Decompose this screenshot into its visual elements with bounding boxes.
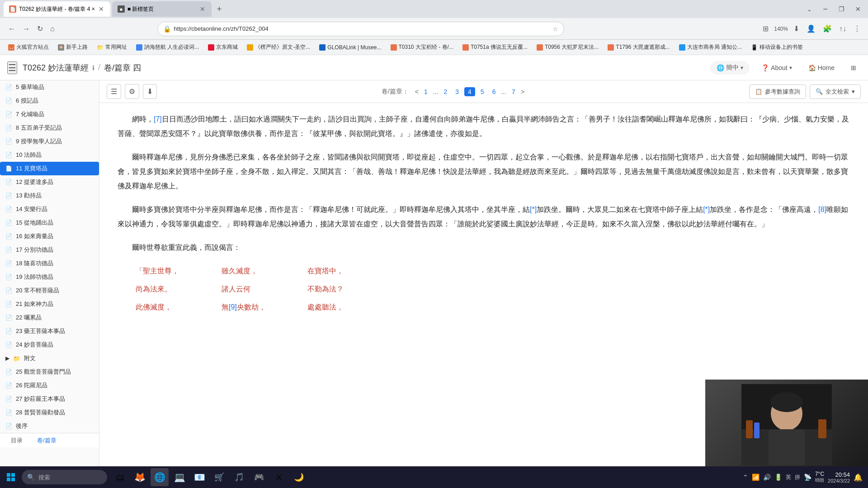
sidebar-item-6[interactable]: 📄 6 授記品 xyxy=(0,94,99,108)
extensions-icon[interactable]: 🧩 xyxy=(821,23,834,35)
chapter-nav-button[interactable]: 卷/篇章 xyxy=(33,435,60,446)
tray-input-mode[interactable]: 拼 xyxy=(795,474,800,481)
ref-star-1[interactable]: [*] xyxy=(530,206,537,213)
sidebar-item-10[interactable]: 📄 10 法師品 xyxy=(0,148,99,162)
tray-lang-en[interactable]: 英 xyxy=(786,474,791,481)
restore-button[interactable]: ❐ xyxy=(835,5,848,13)
page-link-1[interactable]: 1 xyxy=(421,87,430,96)
taskbar-store-icon[interactable]: 🛒 xyxy=(210,468,228,486)
tray-battery-icon[interactable]: 🔋 xyxy=(774,474,782,481)
download-content-button[interactable]: ⬇ xyxy=(143,84,157,99)
sidebar-item-20[interactable]: 📄 20 常不輕菩薩品 xyxy=(0,284,99,297)
sidebar-item-postscript[interactable]: 📄 後序 xyxy=(0,419,99,433)
bookmark-t0751[interactable]: T0751a 佛说五无反覆... xyxy=(460,42,530,52)
new-tab-button[interactable]: + xyxy=(213,1,226,17)
tray-wifi-icon[interactable]: 📡 xyxy=(804,474,811,481)
taskbar-search-input[interactable] xyxy=(38,474,102,481)
taskbar-search[interactable]: 🔍 xyxy=(22,470,107,484)
about-button[interactable]: ❓ About ▾ xyxy=(757,61,797,74)
taskbar-explorer-icon[interactable]: 🗂 xyxy=(111,468,129,486)
sidebar-item-14[interactable]: 📄 14 安樂行品 xyxy=(0,202,99,216)
taskbar-chrome-icon[interactable]: 🌐 xyxy=(151,468,169,486)
bookmark-guide[interactable]: 🏠 新手上路 xyxy=(55,42,90,52)
download-icon[interactable]: ⬇ xyxy=(792,23,801,35)
page-link-5[interactable]: 5 xyxy=(478,87,487,96)
inactive-tab[interactable]: ■ ■ 新標签页 ✕ xyxy=(112,1,212,17)
app-info-icon[interactable]: ℹ xyxy=(92,64,94,71)
page-link-2[interactable]: 2 xyxy=(441,87,450,96)
taskbar-mail-icon[interactable]: 📧 xyxy=(190,468,208,486)
close-browser-button[interactable]: ✕ xyxy=(852,5,864,13)
tray-expand-icon[interactable]: ⌃ xyxy=(743,474,748,481)
bookmark-star-icon[interactable]: ☆ xyxy=(552,25,558,33)
sidebar-item-18[interactable]: 📄 18 隨喜功德品 xyxy=(0,257,99,270)
bookmark-globalink[interactable]: GLOBALink | Musee... xyxy=(316,43,384,52)
menu-icon[interactable]: ⋮ xyxy=(852,23,863,35)
toc-button[interactable]: 目录 xyxy=(7,435,26,446)
bookmark-t0956[interactable]: T0956 大犯罗尼末法... xyxy=(534,42,601,52)
tab-close-button[interactable]: ✕ xyxy=(98,5,105,13)
screenshot-icon[interactable]: ⊞ xyxy=(761,23,770,35)
sidebar-item-11[interactable]: 📄 11 見寶塔品 xyxy=(0,162,99,175)
bookmark-t0310[interactable]: T0310 大宝积经 - 卷/... xyxy=(388,42,456,52)
sidebar-item-5[interactable]: 📄 5 藥草喻品 xyxy=(0,80,99,94)
sidebar-item-21[interactable]: 📄 21 如來神力品 xyxy=(0,297,99,311)
ref-7[interactable]: [7] xyxy=(154,115,162,123)
taskbar-unknown-icon[interactable]: 🌙 xyxy=(290,468,308,486)
sidebar-item-25[interactable]: 📄 25 觀世音菩薩普門品 xyxy=(0,365,99,379)
sidebar-item-15[interactable]: 📄 15 從地踊出品 xyxy=(0,216,99,230)
ref-star-2[interactable]: [*] xyxy=(703,206,710,213)
bookmark-3[interactable]: 訥海慈航 人生必读词... xyxy=(133,42,202,52)
ref-8[interactable]: [8] xyxy=(818,206,826,213)
taskbar-clock[interactable]: 20:54 2024/3/22 xyxy=(828,471,850,483)
page-chevron-left[interactable]: < xyxy=(415,88,419,95)
sidebar-item-12[interactable]: 📄 12 提婆達多品 xyxy=(0,175,99,189)
full-text-search-button[interactable]: 🔍 全文檢索 ▾ xyxy=(810,84,861,99)
active-tab[interactable]: 📄 T0262 妙法蓮華經 - 卷/篇章 4 × ✕ xyxy=(4,1,110,17)
sidebar-item-24[interactable]: 📄 24 妙音菩薩品 xyxy=(0,338,99,352)
sidebar-item-13[interactable]: 📄 13 勸持品 xyxy=(0,189,99,202)
bookmark-t1796[interactable]: T1796 大毘盧遮那成... xyxy=(605,42,672,52)
sidebar-item-19[interactable]: 📄 19 法師功德品 xyxy=(0,270,99,284)
page-link-7[interactable]: 7 xyxy=(509,87,518,96)
tab-scroll-left[interactable]: ⌄ xyxy=(803,6,816,13)
page-link-4-current[interactable]: 4 xyxy=(464,87,475,96)
home-browser-button[interactable]: ⌂ xyxy=(47,23,57,35)
taskbar-music-icon[interactable]: 🎵 xyxy=(230,468,248,486)
tray-volume-icon[interactable]: 🔊 xyxy=(763,474,771,481)
sidebar-item-28[interactable]: 📄 28 普賢菩薩勸發品 xyxy=(0,406,99,419)
profile-icon[interactable]: 👤 xyxy=(805,23,817,35)
tab2-close-button[interactable]: ✕ xyxy=(199,5,206,13)
sidebar-item-7[interactable]: 📄 7 化城喻品 xyxy=(0,108,99,121)
sidebar-item-17[interactable]: 📄 17 分別功德品 xyxy=(0,243,99,257)
ref-9[interactable]: [9] xyxy=(229,303,237,311)
notification-button[interactable]: 🔔 xyxy=(854,473,863,482)
sidebar-item-27[interactable]: 📄 27 妙莊嚴王本事品 xyxy=(0,392,99,406)
taskbar-firefox-icon[interactable]: 🦊 xyxy=(131,468,149,486)
url-bar[interactable]: 🔒 https://cbetaonline.cn/zh/T0262_004 ☆ xyxy=(157,22,564,36)
grid-apps-button[interactable]: ⊞ xyxy=(846,61,861,74)
bookmark-mobile[interactable]: 📱 移动设备上的书签 xyxy=(748,42,806,52)
reference-data-button[interactable]: 📋 參考數據查詢 xyxy=(749,84,806,99)
settings-button[interactable]: ⚙ xyxy=(125,84,139,99)
sidebar-item-8[interactable]: 📄 8 五百弟子受記品 xyxy=(0,121,99,135)
sidebar-folder-appendix[interactable]: ▶ 📁 附文 xyxy=(0,352,99,365)
taskbar-steam-icon[interactable]: 🎮 xyxy=(250,468,268,486)
start-button[interactable] xyxy=(0,466,22,488)
bookmark-dalian[interactable]: 大连市商务局 通知公... xyxy=(676,42,745,52)
sidebar-item-9[interactable]: 📄 9 授學無學人記品 xyxy=(0,135,99,148)
bookmark-firefox[interactable]: 🦊 火狐官方站点 xyxy=(5,42,52,52)
sidebar-item-16[interactable]: 📄 16 如來壽量品 xyxy=(0,230,99,243)
tray-network-icon[interactable]: 📶 xyxy=(752,474,760,481)
hamburger-menu[interactable]: ☰ xyxy=(7,61,17,74)
sidebar-item-22[interactable]: 📄 22 囑累品 xyxy=(0,311,99,324)
minimize-button[interactable]: − xyxy=(819,5,831,14)
sidebar-item-23[interactable]: 📄 23 藥王菩薩本事品 xyxy=(0,324,99,338)
page-chevron-right[interactable]: > xyxy=(521,88,524,95)
bookmark-folder[interactable]: 📁 常用网址 xyxy=(94,42,130,52)
sync-icon[interactable]: ↑↓ xyxy=(837,23,848,35)
page-link-3[interactable]: 3 xyxy=(453,87,462,96)
bookmark-lengjing[interactable]: 《楞严经》原文-圣空... xyxy=(244,42,313,52)
bookmark-jd[interactable]: 京东商城 xyxy=(205,42,241,52)
taskbar-game2-icon[interactable]: ⚔ xyxy=(270,468,288,486)
